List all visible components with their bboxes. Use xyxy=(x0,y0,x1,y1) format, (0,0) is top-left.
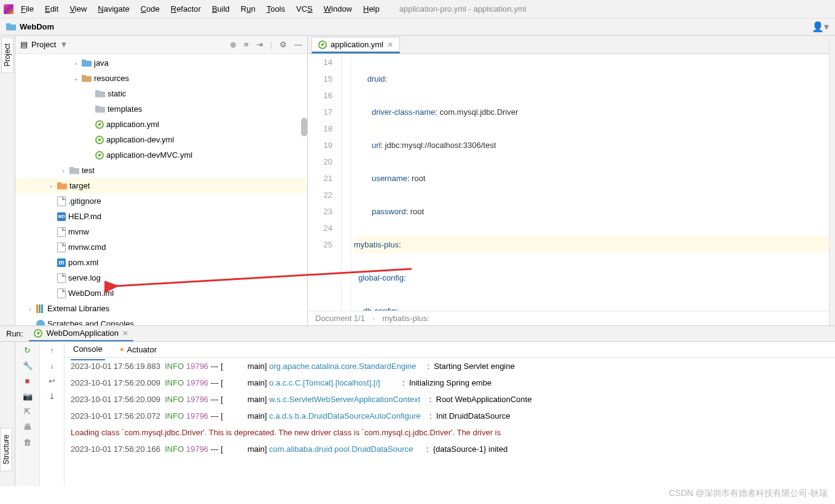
menu-build[interactable]: Build xyxy=(208,3,233,15)
fold-gutter[interactable] xyxy=(342,54,351,311)
tree-node-static[interactable]: static xyxy=(108,89,126,98)
console-pane: Console ✴ Actuator 2023-10-01 17:56:19.8… xyxy=(65,342,835,486)
down-arrow-icon[interactable]: ↓ xyxy=(50,361,54,370)
menu-edit[interactable]: Edit xyxy=(41,3,62,15)
tree-node-mvnwcmd[interactable]: mvnw.cmd xyxy=(68,242,106,252)
tree-node-app-dev[interactable]: application-dev.yml xyxy=(106,135,174,144)
tree-node-iml[interactable]: WebDom.iml xyxy=(68,289,114,298)
project-tree[interactable]: ›java ⌄resources static templates applic… xyxy=(15,54,307,325)
tree-node-pom[interactable]: pom.xml xyxy=(68,258,98,267)
collapse-all-icon[interactable]: ⇥ xyxy=(256,40,263,49)
structure-tool-tab[interactable]: Structure xyxy=(0,428,12,471)
menu-view[interactable]: View xyxy=(66,3,90,15)
project-tool-tab[interactable]: Project xyxy=(1,37,14,73)
resources-folder-icon xyxy=(82,75,92,82)
code-content[interactable]: druid: driver-class-name: com.mysql.jdbc… xyxy=(351,54,829,311)
folder-icon xyxy=(95,90,105,98)
crumb-path[interactable]: mybatis-plus: xyxy=(382,314,429,323)
file-icon xyxy=(57,289,66,298)
print-icon[interactable]: 🖶 xyxy=(23,422,31,432)
editor-tab-label: application.yml xyxy=(331,40,383,49)
project-view-icon: ▤ xyxy=(20,40,28,49)
nav-bar: WebDom 👤▾ xyxy=(0,18,835,36)
spring-boot-icon xyxy=(34,329,42,338)
run-label: Run: xyxy=(6,329,23,338)
project-name[interactable]: WebDom xyxy=(20,22,54,31)
right-tool-strip xyxy=(829,36,835,325)
tree-node-scratches[interactable]: Scratches and Consoles xyxy=(47,319,134,325)
tree-node-gitignore[interactable]: .gitignore xyxy=(68,196,101,206)
tree-node-serve-log[interactable]: serve.log xyxy=(68,273,101,282)
up-arrow-icon[interactable]: ↑ xyxy=(50,346,54,355)
breadcrumb-bar: Document 1/1 › mybatis-plus: xyxy=(308,311,829,325)
watermark-text: CSDN @深圳市有德者科技有限公司-耿瑞 xyxy=(669,488,828,499)
project-view-label[interactable]: Project xyxy=(31,40,56,49)
spring-config-icon xyxy=(95,151,104,160)
file-icon xyxy=(57,273,66,283)
run-toolbar: ↻ 🔧 ■ 📷 ⇱ 🖶 🗑 xyxy=(15,342,40,486)
target-folder-icon xyxy=(57,182,67,190)
actuator-subtab[interactable]: ✴ Actuator xyxy=(116,342,159,360)
crumb-doc[interactable]: Document 1/1 xyxy=(315,314,365,323)
menu-help[interactable]: Help xyxy=(359,3,383,15)
spring-config-icon xyxy=(318,41,327,49)
left-tool-strip: Project xyxy=(0,36,15,325)
menu-tools[interactable]: Tools xyxy=(263,3,289,15)
ide-logo-icon xyxy=(4,4,14,14)
wrench-icon[interactable]: 🔧 xyxy=(23,361,33,370)
tree-node-java[interactable]: java xyxy=(94,58,109,68)
menu-bar: File Edit View Navigate Code Refactor Bu… xyxy=(0,0,835,18)
scratches-icon xyxy=(36,320,45,326)
menu-window[interactable]: Window xyxy=(320,3,356,15)
menu-vcs[interactable]: VCS xyxy=(292,3,316,15)
scrollbar-thumb[interactable] xyxy=(301,118,307,136)
left-tool-strip-lower: Structure xyxy=(0,342,15,486)
trash-icon[interactable]: 🗑 xyxy=(23,438,31,447)
run-config-name: WebDomApplication xyxy=(46,328,119,338)
tree-node-test[interactable]: test xyxy=(82,166,95,175)
tree-node-app-yml[interactable]: application.yml xyxy=(106,120,159,129)
close-run-tab-icon[interactable]: ✕ xyxy=(122,329,128,338)
exit-icon[interactable]: ⇱ xyxy=(24,407,31,416)
markdown-icon: MD xyxy=(57,212,66,221)
menu-run[interactable]: Run xyxy=(237,3,259,15)
folder-icon xyxy=(95,106,105,113)
console-output[interactable]: 2023-10-01 17:56:19.883 INFO 19796 --- [… xyxy=(65,358,835,457)
stop-icon[interactable]: ■ xyxy=(25,376,30,386)
user-menu-icon[interactable]: 👤▾ xyxy=(812,21,829,33)
project-folder-icon xyxy=(6,23,16,31)
spring-config-icon xyxy=(95,120,104,129)
hide-pane-icon[interactable]: — xyxy=(294,40,302,49)
soft-wrap-icon[interactable]: ↩ xyxy=(49,376,55,386)
menu-file[interactable]: File xyxy=(17,3,37,15)
editor-tab-application-yml[interactable]: application.yml ✕ xyxy=(312,37,400,53)
tree-node-target[interactable]: target xyxy=(69,181,90,190)
run-config-tab[interactable]: WebDomApplication ✕ xyxy=(29,326,133,341)
menu-refactor[interactable]: Refactor xyxy=(167,3,205,15)
project-pane: ▤ Project ▼ ⊕ ≡ ⇥ | ⚙ — ›java ⌄resources… xyxy=(15,36,308,325)
maven-icon: m xyxy=(57,258,66,267)
libraries-icon xyxy=(36,304,45,313)
expand-all-icon[interactable]: ≡ xyxy=(244,40,249,49)
menu-navigate[interactable]: Navigate xyxy=(94,3,133,15)
line-gutter: 141516171819202122232425 xyxy=(308,54,342,311)
run-output-toolbar: ↑ ↓ ↩ ⤓ xyxy=(40,342,65,486)
folder-icon xyxy=(82,60,92,67)
tree-node-templates[interactable]: templates xyxy=(108,104,142,114)
close-tab-icon[interactable]: ✕ xyxy=(387,41,393,49)
tree-node-app-devmvc[interactable]: application-devMVC.yml xyxy=(106,150,192,160)
tree-node-ext-lib[interactable]: External Libraries xyxy=(47,304,109,313)
camera-icon[interactable]: 📷 xyxy=(23,392,33,401)
code-editor[interactable]: 141516171819202122232425 druid: driver-c… xyxy=(308,54,829,311)
settings-gear-icon[interactable]: ⚙ xyxy=(280,40,287,49)
spring-config-icon xyxy=(95,136,104,144)
rerun-icon[interactable]: ↻ xyxy=(24,346,31,355)
tree-node-mvnw[interactable]: mvnw xyxy=(68,227,89,236)
tree-node-help[interactable]: HELP.md xyxy=(68,212,101,221)
scroll-to-end-icon[interactable]: ⤓ xyxy=(49,392,55,401)
tree-node-resources[interactable]: resources xyxy=(94,74,129,83)
select-opened-file-icon[interactable]: ⊕ xyxy=(230,40,237,49)
menu-code[interactable]: Code xyxy=(137,3,163,15)
file-icon xyxy=(57,196,66,206)
dropdown-caret-icon[interactable]: ▼ xyxy=(60,40,68,49)
